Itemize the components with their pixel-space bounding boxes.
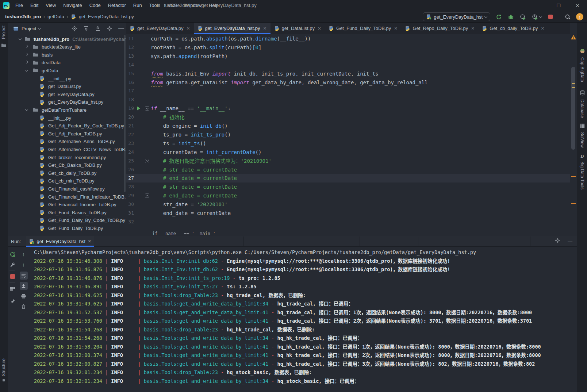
menu-item-tools[interactable]: Tools (146, 0, 164, 11)
tree-item-label[interactable]: Get_Fund_Daily_By_Code_ToDB.py (48, 218, 125, 223)
breadcrumb-item[interactable]: tushare2db_pro (5, 14, 41, 19)
tree-row[interactable]: Get_Alternative_Anns_ToDB.py (8, 138, 126, 146)
stop-icon[interactable] (9, 273, 16, 280)
down-icon[interactable]: ↓ (20, 261, 27, 268)
tree-item-label[interactable]: Get_cb_daily_ToDB.py (48, 170, 96, 176)
code-line[interactable]: 25 # 指定日期是注意日期格式应为：'20210901' (126, 157, 570, 165)
print-icon[interactable] (20, 293, 27, 299)
tree-row[interactable]: Get_cb_daily_ToDB.py (8, 169, 126, 177)
editor-gutter[interactable]: 12 (126, 43, 151, 52)
chevron-right-icon[interactable] (25, 53, 28, 57)
editor-tab[interactable]: get_EveryDayData.py ✕ (126, 23, 194, 34)
editor-tab[interactable]: Get_cb_daily_ToDB.py ✕ (478, 23, 548, 34)
project-scrollbar[interactable] (124, 35, 126, 192)
search-icon[interactable] (564, 13, 571, 20)
code-line[interactable]: 23 ts = init_ts() (126, 139, 570, 148)
editor-gutter[interactable]: 29 (126, 191, 151, 200)
tree-row[interactable]: Get_Adj_Factor_By_Code_ToDB.py (8, 122, 126, 130)
editor-gutter[interactable]: 24 (126, 148, 151, 157)
soft-wrap-icon[interactable] (20, 272, 28, 280)
editor-tab[interactable]: Get_Repo_Daily_ToDB.py ✕ (401, 23, 478, 34)
tree-item-label[interactable]: getDataFromTushare (42, 107, 87, 113)
maximize-icon[interactable]: ☐ (549, 0, 568, 11)
editor-gutter[interactable]: 25 (126, 157, 151, 165)
project-stripe-button[interactable]: Project (1, 26, 6, 39)
tree-item-label[interactable]: dealData (42, 60, 61, 65)
code-line[interactable]: 27 # end_date = currentDate (126, 174, 570, 182)
menu-item-navigate[interactable]: Navigate (60, 0, 85, 11)
rerun-icon[interactable] (9, 251, 16, 258)
code-editor[interactable]: 11curPath = os.path.abspath(os.path.dirn… (126, 34, 570, 230)
hide-icon[interactable]: — (118, 25, 124, 32)
editor-gutter[interactable]: 26 (126, 165, 151, 174)
tree-item-label[interactable]: Get_Financial_Fina_Indicator_ToDB.py (48, 194, 126, 200)
code-line[interactable]: 20 # 初始化 (126, 113, 570, 122)
menu-item-run[interactable]: Run (130, 0, 146, 11)
editor-gutter[interactable]: 32 (126, 218, 151, 226)
code-line[interactable]: 12rootPath = os.path.split(curPath)[0] (126, 43, 570, 52)
tree-item-label[interactable]: Get_Alternative_Anns_ToDB.py (48, 139, 115, 144)
tree-item-label[interactable]: Get_Fund_Basics_ToDB.py (48, 210, 107, 215)
tree-item-label[interactable]: __init__.py (48, 115, 71, 121)
tree-row[interactable]: backtest2easy_lite (8, 43, 126, 51)
run-line-icon[interactable] (137, 106, 140, 111)
tree-item-label[interactable]: Get_Fund_Daily_ToDB.py (48, 226, 103, 231)
code-line[interactable]: 14 (126, 61, 570, 69)
tree-row[interactable]: Get_Financial_Fina_Indicator_ToDB.py (8, 193, 126, 201)
tree-item-label[interactable]: get_EveryDayData_hst.py (48, 99, 103, 105)
tree-item-label[interactable]: tushare2db_proC:\Users\Steven\PycharmPr (34, 36, 126, 42)
close-icon[interactable]: ✕ (541, 26, 544, 31)
code-line[interactable]: 18 (126, 95, 570, 104)
tree-row[interactable]: Get_broker_recommend.py (8, 153, 126, 161)
close-icon[interactable]: ✕ (318, 26, 321, 31)
tool-window-button-database[interactable]: Database (577, 90, 587, 118)
tree-row[interactable]: Get_Alternative_CCTV_News_ToDB.py (8, 145, 126, 153)
wrench-icon[interactable] (9, 261, 16, 268)
breadcrumb-item[interactable]: get_EveryDayData_hst.py (79, 14, 134, 19)
tree-row[interactable]: __init__.py (8, 114, 126, 122)
editor-gutter[interactable]: 18 (126, 95, 151, 104)
code-line[interactable]: 28 # str_date = currentDate (126, 182, 570, 191)
code-line[interactable]: 21 db_engine = init_db() (126, 122, 570, 130)
tree-item-label[interactable]: get_DataList.py (48, 84, 81, 89)
code-line[interactable]: 11curPath = os.path.abspath(os.path.dirn… (126, 34, 570, 43)
tree-row[interactable]: Get_Fund_Daily_ToDB.py (8, 224, 126, 231)
scope-breadcrumb[interactable]: if __name__ == '__main_' (152, 231, 215, 236)
restore-layout-icon[interactable] (9, 285, 16, 292)
chevron-right-icon[interactable] (25, 61, 28, 65)
close-icon[interactable]: ✕ (471, 26, 475, 31)
clear-icon[interactable] (20, 303, 27, 310)
run-console[interactable]: C:\Users\Steven\PycharmProjects\tushare2… (30, 247, 577, 392)
tree-row[interactable]: dealData (8, 59, 126, 67)
editor-gutter[interactable]: 30 (126, 200, 151, 209)
chevron-down-icon[interactable] (18, 37, 22, 41)
project-panel-title[interactable]: Project (22, 26, 36, 31)
chevron-down-icon[interactable] (25, 108, 28, 112)
gear-icon[interactable] (106, 25, 113, 32)
code-line[interactable]: 30 str_date = '20220101' (126, 200, 570, 209)
tree-item-label[interactable]: Get_cb_min_ToDB.py (48, 178, 94, 184)
modified-mark[interactable] (571, 176, 576, 177)
close-icon[interactable]: ✕ (263, 26, 267, 31)
collapse-all-icon[interactable] (95, 25, 101, 32)
editor-gutter[interactable]: 21 (126, 122, 151, 130)
tree-row[interactable]: Get_Financial_cashflow.py (8, 185, 126, 193)
editor-tab[interactable]: get_DataList.py ✕ (271, 23, 325, 34)
close-icon[interactable]: ✕ (394, 26, 398, 31)
code-line[interactable]: 24 currentDate = init_currentDate() (126, 148, 570, 157)
tree-row[interactable]: get_EveryDayData.py (8, 90, 126, 98)
tree-row[interactable]: get_DataList.py (8, 82, 126, 91)
tree-row[interactable]: basis (8, 51, 126, 59)
tree-item-label[interactable]: get_EveryDayData.py (48, 92, 94, 97)
editor-gutter[interactable]: 31 (126, 209, 151, 218)
scroll-to-end-icon[interactable] (20, 282, 28, 290)
code-line[interactable]: 16from getData.get_DataList import get_d… (126, 78, 570, 87)
tree-item-label[interactable]: Get_Adj_Factor_ToDB.py (48, 131, 102, 137)
tree-row[interactable]: getData (8, 66, 126, 74)
menu-item-edit[interactable]: Edit (27, 0, 42, 11)
pin-icon[interactable] (9, 298, 16, 304)
tree-row[interactable]: Get_Adj_Factor_ToDB.py (8, 130, 126, 138)
tool-window-button-big-data-tools[interactable]: D Big Data Tools (577, 153, 587, 189)
tree-item-label[interactable]: Get_Financial_cashflow.py (48, 186, 105, 192)
tool-window-button-sciview[interactable]: SciView (577, 123, 587, 147)
